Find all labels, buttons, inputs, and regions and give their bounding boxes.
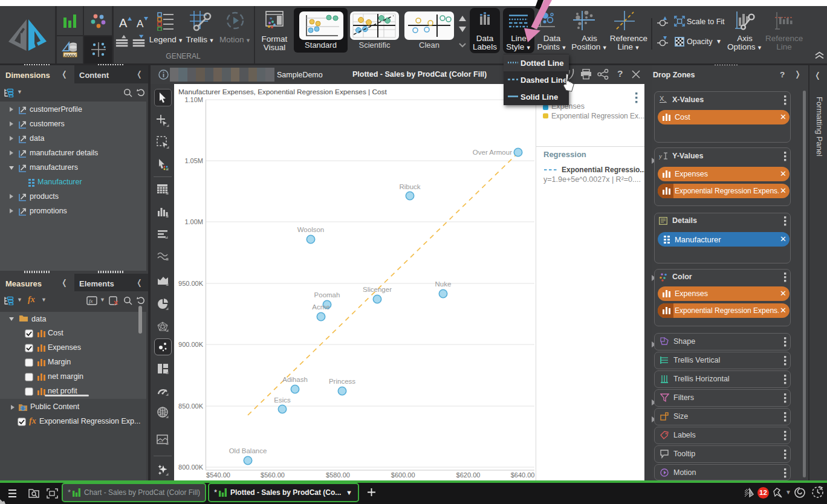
svg-text:$560.00: $560.00 <box>261 471 285 479</box>
svg-text:$540.00: $540.00 <box>206 471 230 479</box>
svg-text:y=1.9e+5e^0.0027x | R²=0....: y=1.9e+5e^0.0027x | R²=0.... <box>543 175 641 184</box>
svg-text:Exponential Regressio...: Exponential Regressio... <box>562 166 644 174</box>
svg-text:850.00K: 850.00K <box>178 402 204 410</box>
svg-text:<>: <> <box>159 440 164 444</box>
svg-text:y: y <box>659 152 662 160</box>
svg-text:»: » <box>270 16 273 21</box>
svg-text:1.05M: 1.05M <box>184 157 203 164</box>
svg-text:1.10M: 1.10M <box>184 96 203 103</box>
svg-text:X: X <box>660 95 664 102</box>
svg-text:Slicenger: Slicenger <box>363 286 392 293</box>
svg-text:Acme: Acme <box>312 303 329 311</box>
svg-text:Ribuck: Ribuck <box>399 183 420 190</box>
svg-text:$580.00: $580.00 <box>326 471 350 479</box>
svg-text:Woolson: Woolson <box>297 226 325 233</box>
svg-text:$600.00: $600.00 <box>391 471 415 479</box>
svg-text:Esics: Esics <box>274 396 291 404</box>
svg-text:$620.00: $620.00 <box>456 471 481 479</box>
svg-text:950.00K: 950.00K <box>178 280 204 287</box>
svg-text:fx: fx <box>89 298 93 304</box>
svg-text:Adihash: Adihash <box>282 376 308 383</box>
svg-text:$640.00: $640.00 <box>511 471 535 479</box>
svg-text:1.00M: 1.00M <box>184 218 203 225</box>
svg-text:900.00K: 900.00K <box>178 341 204 348</box>
svg-text:A: A <box>137 18 144 30</box>
svg-text:Regression: Regression <box>543 150 586 159</box>
svg-text:Princess: Princess <box>329 378 355 385</box>
svg-text:A: A <box>119 16 128 30</box>
svg-text:Old Balance: Old Balance <box>229 447 267 454</box>
svg-text:Poomah: Poomah <box>314 291 340 299</box>
svg-text:Nuke: Nuke <box>435 280 452 288</box>
svg-text:Over Armour: Over Armour <box>473 149 512 156</box>
svg-text:Exponential Regression Ex...: Exponential Regression Ex... <box>551 112 644 120</box>
svg-text:800.00K: 800.00K <box>178 464 204 471</box>
svg-text:Manufacturer Expenses, Exponen: Manufacturer Expenses, Exponential Regre… <box>178 88 387 96</box>
